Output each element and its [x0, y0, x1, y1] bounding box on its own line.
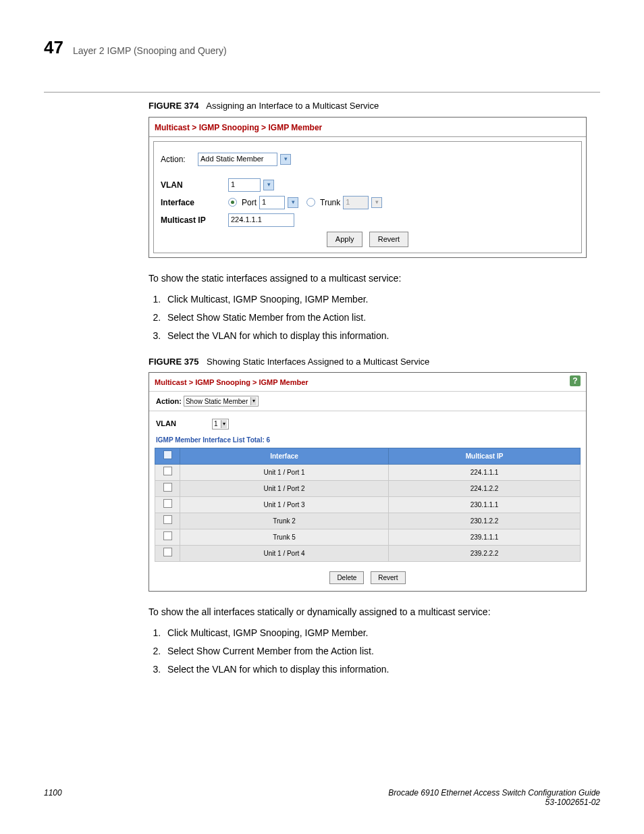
- footer-doc: 53-1002651-02: [545, 798, 600, 807]
- section2-steps: Click Multicast, IGMP Snooping, IGMP Mem…: [149, 626, 587, 677]
- cell-interface: Trunk 5: [180, 529, 389, 545]
- cell-interface: Unit 1 / Port 4: [180, 545, 389, 561]
- table-row: Trunk 2 230.1.2.2: [155, 513, 581, 529]
- cell-interface: Unit 1 / Port 1: [180, 464, 389, 480]
- row-checkbox[interactable]: [163, 467, 172, 475]
- row-checkbox[interactable]: [163, 548, 172, 556]
- row-checkbox[interactable]: [163, 531, 172, 540]
- help-icon[interactable]: ?: [570, 375, 581, 386]
- page-footer: 1100 Brocade 6910 Ethernet Access Switch…: [44, 788, 600, 807]
- col-multicast-ip: Multicast IP: [389, 448, 581, 464]
- breadcrumb: Multicast > IGMP Snooping > IGMP Member: [149, 118, 586, 137]
- chevron-down-icon: ▾: [371, 197, 382, 208]
- trunk-value: 1: [346, 197, 350, 208]
- figure-374-title: Assigning an Interface to a Multicast Se…: [206, 101, 379, 111]
- action-label: Action:: [161, 153, 198, 165]
- breadcrumb: Multicast > IGMP Snooping > IGMP Member …: [149, 373, 586, 391]
- chevron-down-icon[interactable]: ▾: [280, 154, 291, 165]
- trunk-radio[interactable]: [306, 198, 315, 207]
- list-item: Click Multicast, IGMP Snooping, IGMP Mem…: [163, 292, 587, 307]
- chevron-down-icon[interactable]: ▾: [263, 180, 274, 190]
- vlan-label: VLAN: [161, 179, 228, 191]
- row-checkbox[interactable]: [163, 515, 172, 524]
- cell-ip: 224.1.1.1: [389, 464, 581, 480]
- list-item: Select the VLAN for which to display thi…: [163, 329, 587, 343]
- action-select[interactable]: Show Static Member ▾: [184, 396, 259, 407]
- figure-375-panel: Multicast > IGMP Snooping > IGMP Member …: [149, 372, 587, 592]
- cell-ip: 230.1.2.2: [389, 513, 581, 529]
- chapter-number: 47: [44, 37, 63, 58]
- figure-375-caption: FIGURE 375 Showing Static Interfaces Ass…: [149, 355, 587, 369]
- multicast-ip-input[interactable]: 224.1.1.1: [228, 213, 294, 227]
- section1-intro: To show the static interfaces assigned t…: [149, 271, 587, 286]
- table-row: Unit 1 / Port 1 224.1.1.1: [155, 464, 581, 480]
- port-label: Port: [242, 197, 257, 209]
- header-rule: [44, 92, 600, 93]
- member-table: Interface Multicast IP Unit 1 / Port 1 2…: [155, 448, 581, 562]
- page-number: 1100: [44, 788, 62, 807]
- row-checkbox[interactable]: [163, 499, 172, 508]
- delete-button[interactable]: Delete: [329, 571, 364, 584]
- port-radio[interactable]: [228, 198, 237, 207]
- vlan-value: 1: [214, 419, 218, 429]
- cell-ip: 239.2.2.2: [389, 545, 581, 561]
- apply-button[interactable]: Apply: [327, 232, 363, 247]
- table-row: Trunk 5 239.1.1.1: [155, 529, 581, 545]
- action-label: Action:: [156, 397, 182, 405]
- port-value: 1: [262, 197, 266, 208]
- list-item: Select Show Static Member from the Actio…: [163, 311, 587, 325]
- table-row: Unit 1 / Port 4 239.2.2.2: [155, 545, 581, 561]
- figure-375-title: Showing Static Interfaces Assigned to a …: [207, 357, 429, 367]
- vlan-value: 1: [231, 179, 235, 190]
- select-all-checkbox[interactable]: [163, 450, 172, 459]
- cell-interface: Unit 1 / Port 2: [180, 480, 389, 496]
- chapter-title: Layer 2 IGMP (Snooping and Query): [73, 45, 227, 56]
- chevron-down-icon[interactable]: ▾: [288, 197, 298, 208]
- revert-button[interactable]: Revert: [369, 232, 408, 247]
- cell-interface: Trunk 2: [180, 513, 389, 529]
- vlan-label: VLAN: [156, 418, 210, 429]
- cell-ip: 230.1.1.1: [389, 496, 581, 513]
- list-item: Select Show Current Member from the Acti…: [163, 644, 587, 658]
- table-row: Unit 1 / Port 3 230.1.1.1: [155, 496, 581, 513]
- chevron-down-icon[interactable]: ▾: [250, 397, 257, 405]
- chevron-down-icon[interactable]: ▾: [221, 420, 227, 428]
- trunk-label: Trunk: [320, 197, 340, 209]
- action-select[interactable]: Add Static Member: [198, 153, 277, 166]
- row-checkbox[interactable]: [163, 483, 172, 492]
- section2-intro: To show the all interfaces statically or…: [149, 605, 587, 619]
- page-header: 47 Layer 2 IGMP (Snooping and Query): [44, 37, 600, 58]
- multicast-ip-value: 224.1.1.1: [231, 214, 262, 226]
- multicast-ip-label: Multicast IP: [161, 214, 228, 226]
- figure-374-panel: Multicast > IGMP Snooping > IGMP Member …: [149, 117, 587, 258]
- list-item: Select the VLAN for which to display thi…: [163, 662, 587, 677]
- action-select-value: Add Static Member: [200, 153, 264, 165]
- cell-interface: Unit 1 / Port 3: [180, 496, 389, 513]
- footer-title: Brocade 6910 Ethernet Access Switch Conf…: [388, 788, 600, 798]
- revert-button[interactable]: Revert: [371, 571, 405, 584]
- figure-375-number: FIGURE 375: [149, 357, 198, 367]
- interface-label: Interface: [161, 197, 228, 209]
- cell-ip: 239.1.1.1: [389, 529, 581, 545]
- cell-ip: 224.1.2.2: [389, 480, 581, 496]
- list-item: Click Multicast, IGMP Snooping, IGMP Mem…: [163, 626, 587, 640]
- table-row: Unit 1 / Port 2 224.1.2.2: [155, 480, 581, 496]
- action-select-value: Show Static Member: [186, 396, 248, 407]
- figure-374-caption: FIGURE 374 Assigning an Interface to a M…: [149, 99, 587, 113]
- col-interface: Interface: [180, 448, 389, 464]
- section1-steps: Click Multicast, IGMP Snooping, IGMP Mem…: [149, 292, 587, 343]
- trunk-select: 1: [343, 196, 369, 209]
- figure-374-number: FIGURE 374: [149, 101, 198, 111]
- list-label: IGMP Member Interface List Total: 6: [149, 432, 586, 446]
- vlan-select[interactable]: 1 ▾: [212, 419, 229, 429]
- port-select[interactable]: 1: [259, 196, 285, 209]
- vlan-select[interactable]: 1: [228, 178, 261, 192]
